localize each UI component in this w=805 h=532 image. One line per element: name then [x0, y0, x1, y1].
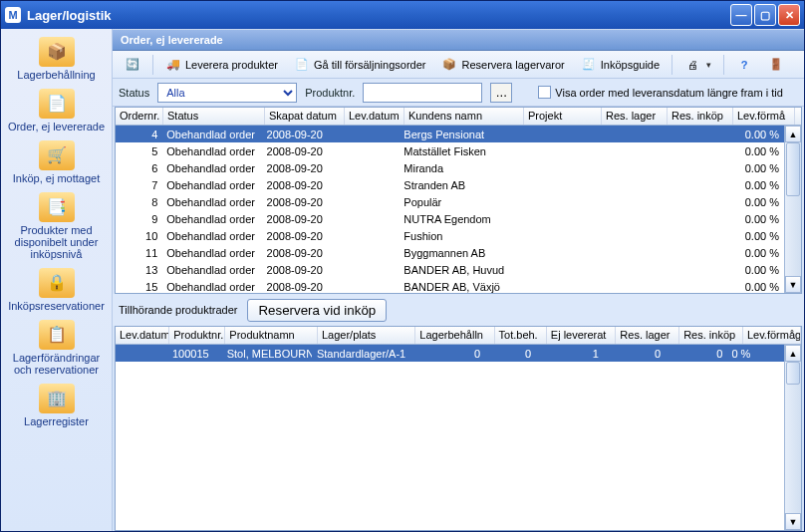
- column-header[interactable]: Tot.beh.: [495, 327, 547, 344]
- column-header[interactable]: Projekt: [524, 108, 602, 125]
- column-header[interactable]: Lev.förmåga: [743, 327, 801, 344]
- column-header[interactable]: Res. inköp: [668, 108, 733, 125]
- sidebar-item[interactable]: 📦Lagerbehållning: [7, 35, 107, 85]
- orders-grid-body[interactable]: 4Obehandlad order2008-09-20Bergs Pension…: [116, 126, 784, 293]
- table-row[interactable]: 10Obehandlad order2008-09-20Fushion0.00 …: [116, 227, 784, 244]
- scroll-down-icon[interactable]: ▼: [785, 276, 801, 293]
- table-cell: [517, 252, 594, 254]
- scroll-thumb[interactable]: [786, 362, 800, 385]
- table-row[interactable]: 13Obehandlad order2008-09-20BANDER AB, H…: [116, 261, 784, 278]
- table-cell: 2008-09-20: [263, 144, 342, 158]
- table-cell: 6: [116, 161, 162, 175]
- show-future-checkbox[interactable]: Visa order med leveransdatum längre fram…: [538, 86, 782, 99]
- column-header[interactable]: Produktnamn: [225, 327, 318, 344]
- table-cell: Matstället Fisken: [400, 144, 517, 158]
- sidebar-item-icon: 🔒: [39, 268, 75, 298]
- table-cell: 2008-09-20: [263, 161, 342, 175]
- table-row[interactable]: 7Obehandlad order2008-09-20Stranden AB0.…: [116, 176, 784, 193]
- product-lines-grid-header[interactable]: Lev.datumProduktnr.ProduktnamnLager/plat…: [116, 327, 801, 345]
- table-cell: 15: [116, 280, 162, 294]
- reserve-on-purchase-button[interactable]: Reservera vid inköp: [247, 299, 387, 322]
- table-row[interactable]: 4Obehandlad order2008-09-20Bergs Pension…: [116, 126, 784, 142]
- sidebar-item-icon: 📋: [39, 320, 75, 350]
- table-row[interactable]: 5Obehandlad order2008-09-20Matstället Fi…: [116, 142, 784, 159]
- goto-salesorder-button[interactable]: 📄 Gå till försäljningsorder: [288, 55, 432, 75]
- table-cell: Obehandlad order: [162, 246, 262, 260]
- app-icon: M: [5, 7, 21, 23]
- sidebar-item[interactable]: 📋Lagerförändringar och reservationer: [7, 318, 107, 380]
- column-header[interactable]: Lager/plats: [318, 327, 415, 344]
- orders-grid-header[interactable]: Ordernr.StatusSkapat datumLev.datumKunde…: [116, 108, 801, 126]
- print-button[interactable]: 🖨 ▾: [678, 55, 717, 75]
- scroll-thumb[interactable]: [786, 142, 800, 196]
- sidebar-item-icon: 🏢: [39, 384, 75, 413]
- table-cell: Fushion: [400, 229, 517, 243]
- maximize-button[interactable]: ▢: [754, 4, 776, 26]
- scroll-track[interactable]: [785, 362, 801, 513]
- table-row[interactable]: 9Obehandlad order2008-09-20NUTRA Egendom…: [116, 210, 784, 227]
- table-row[interactable]: 6Obehandlad order2008-09-20Miranda0.00 %: [116, 159, 784, 176]
- column-header[interactable]: Res. lager: [602, 108, 668, 125]
- table-row[interactable]: 8Obehandlad order2008-09-20Populär0.00 %: [116, 193, 784, 210]
- table-row[interactable]: 100015Stol, MELBOURNStandardlager/A-1001…: [116, 345, 784, 362]
- column-header[interactable]: Res. inköp: [679, 327, 743, 344]
- column-header[interactable]: Ej levererat: [547, 327, 617, 344]
- sidebar-item-icon: 📑: [39, 192, 75, 222]
- sidebar-item[interactable]: 📑Produkter med disponibelt under inköpsn…: [7, 190, 107, 264]
- exit-button[interactable]: 🚪: [762, 55, 790, 75]
- column-header[interactable]: Status: [163, 108, 265, 125]
- product-lines-bar: Tillhörande produktrader Reservera vid i…: [113, 294, 804, 326]
- product-lines-scrollbar[interactable]: ▲ ▼: [784, 345, 801, 530]
- sidebar-item[interactable]: 📄Order, ej levererade: [7, 87, 107, 136]
- titlebar[interactable]: M Lager/logistik — ▢ ✕: [1, 1, 804, 29]
- product-lines-grid[interactable]: Lev.datumProduktnr.ProduktnamnLager/plat…: [115, 326, 802, 531]
- scroll-down-icon[interactable]: ▼: [785, 513, 801, 530]
- table-cell: 0.00 %: [723, 161, 784, 175]
- refresh-icon: 🔄: [125, 57, 140, 73]
- reserve-stock-button[interactable]: 📦 Reservera lagervaror: [435, 55, 570, 75]
- column-header[interactable]: Kundens namn: [404, 108, 524, 125]
- prodnr-input[interactable]: [363, 83, 482, 103]
- table-cell: [594, 252, 659, 254]
- table-cell: 10: [116, 229, 162, 243]
- table-cell: [517, 184, 594, 186]
- minimize-button[interactable]: —: [730, 4, 752, 26]
- orders-scrollbar[interactable]: ▲ ▼: [784, 126, 801, 293]
- sidebar-item[interactable]: 🏢Lagerregister: [7, 382, 107, 431]
- sidebar-item[interactable]: 🛒Inköp, ej mottaget: [7, 138, 107, 188]
- sidebar-item-icon: 📦: [39, 37, 75, 67]
- table-cell: [517, 218, 594, 220]
- table-cell: 8: [116, 195, 162, 209]
- scroll-track[interactable]: [785, 142, 801, 276]
- orders-grid[interactable]: Ordernr.StatusSkapat datumLev.datumKunde…: [115, 107, 802, 294]
- table-cell: [594, 133, 659, 135]
- product-lines-grid-body[interactable]: 100015Stol, MELBOURNStandardlager/A-1001…: [116, 345, 784, 530]
- checkbox-icon[interactable]: [538, 86, 551, 99]
- scroll-up-icon[interactable]: ▲: [785, 345, 801, 362]
- table-cell: [659, 235, 723, 237]
- column-header[interactable]: Produktnr.: [169, 327, 225, 344]
- column-header[interactable]: Lagerbehålln: [415, 327, 494, 344]
- column-header[interactable]: Lev.datum: [345, 108, 404, 125]
- purchase-guide-button[interactable]: 🧾 Inköpsguide: [575, 55, 666, 75]
- table-row[interactable]: 15Obehandlad order2008-09-20BANDER AB, V…: [116, 278, 784, 293]
- table-cell: 0: [666, 347, 727, 361]
- scroll-up-icon[interactable]: ▲: [785, 126, 801, 142]
- toolbar-separator: [723, 55, 724, 75]
- close-button[interactable]: ✕: [778, 4, 800, 26]
- refresh-button[interactable]: 🔄: [119, 55, 146, 75]
- column-header[interactable]: Ordernr.: [116, 108, 163, 125]
- column-header[interactable]: Skapat datum: [265, 108, 345, 125]
- table-row[interactable]: 11Obehandlad order2008-09-20Byggmannen A…: [116, 244, 784, 261]
- show-future-label: Visa order med leveransdatum längre fram…: [555, 87, 782, 99]
- deliver-products-button[interactable]: 🚚 Leverera produkter: [159, 55, 284, 75]
- column-header[interactable]: Lev.datum: [116, 327, 169, 344]
- column-header[interactable]: Res. lager: [616, 327, 679, 344]
- sidebar-item[interactable]: 🔒Inköpsreservationer: [7, 266, 107, 316]
- status-select[interactable]: Alla: [157, 83, 297, 103]
- table-cell: 2008-09-20: [263, 263, 342, 277]
- table-cell: [517, 269, 594, 271]
- column-header[interactable]: Lev.förmå: [733, 108, 795, 125]
- help-button[interactable]: ?: [730, 55, 758, 75]
- browse-button[interactable]: ...: [490, 83, 512, 103]
